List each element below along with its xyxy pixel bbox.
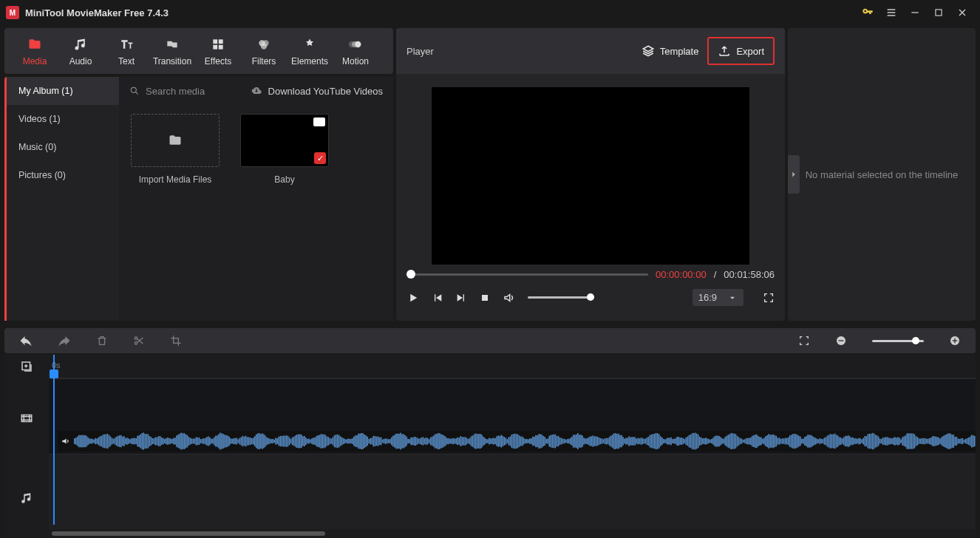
fit-timeline-button[interactable] xyxy=(798,335,810,347)
svg-rect-66 xyxy=(138,435,140,447)
prev-frame-button[interactable] xyxy=(432,292,443,304)
download-youtube-button[interactable]: Download YouTube Videos xyxy=(251,85,383,97)
undo-button[interactable] xyxy=(19,334,33,347)
svg-rect-546 xyxy=(860,438,861,444)
minimize-icon[interactable] xyxy=(903,7,927,18)
zoom-out-button[interactable] xyxy=(835,335,847,347)
svg-rect-246 xyxy=(409,439,410,443)
svg-rect-367 xyxy=(591,436,592,446)
svg-rect-111 xyxy=(206,437,208,445)
svg-rect-448 xyxy=(712,437,714,444)
svg-rect-618 xyxy=(968,437,970,445)
sidebar-item-my-album[interactable]: My Album (1) xyxy=(7,77,119,105)
media-tile-baby[interactable]: ✓ Baby xyxy=(237,114,332,312)
svg-rect-69 xyxy=(143,432,145,449)
svg-rect-319 xyxy=(519,435,520,446)
svg-rect-330 xyxy=(535,435,537,447)
svg-rect-147 xyxy=(260,434,262,449)
sidebar-item-videos[interactable]: Videos (1) xyxy=(7,105,119,133)
svg-rect-361 xyxy=(582,435,583,447)
export-label: Export xyxy=(736,46,764,57)
tool-media[interactable]: Media xyxy=(12,35,58,67)
svg-rect-223 xyxy=(375,436,376,446)
svg-rect-528 xyxy=(833,435,834,449)
svg-rect-2 xyxy=(219,39,223,44)
svg-rect-487 xyxy=(771,435,772,448)
video-preview[interactable] xyxy=(432,87,749,265)
maximize-icon[interactable] xyxy=(927,7,950,18)
aspect-ratio-select[interactable]: 16:9 xyxy=(693,289,743,306)
zoom-in-button[interactable] xyxy=(949,335,961,347)
video-clip[interactable] xyxy=(58,431,976,452)
svg-rect-155 xyxy=(272,439,273,443)
svg-rect-388 xyxy=(622,437,624,446)
tool-motion[interactable]: Motion xyxy=(333,35,378,67)
svg-rect-602 xyxy=(944,435,945,447)
zoom-slider[interactable] xyxy=(872,340,924,342)
svg-rect-446 xyxy=(710,440,711,443)
svg-rect-422 xyxy=(673,439,675,443)
audio-track[interactable] xyxy=(49,454,976,529)
tool-audio[interactable]: Audio xyxy=(58,35,103,67)
svg-rect-135 xyxy=(242,436,244,446)
next-frame-button[interactable] xyxy=(455,292,467,304)
motion-icon xyxy=(348,35,363,53)
volume-slider[interactable] xyxy=(528,296,594,299)
svg-rect-455 xyxy=(723,439,724,443)
svg-rect-253 xyxy=(420,438,421,444)
delete-button[interactable] xyxy=(96,335,108,347)
template-button[interactable]: Template xyxy=(633,38,708,64)
svg-rect-193 xyxy=(330,438,331,444)
player-title: Player xyxy=(406,46,633,57)
stop-button[interactable] xyxy=(479,292,491,304)
svg-rect-353 xyxy=(570,438,571,445)
search-media[interactable]: Search media xyxy=(129,86,251,97)
svg-rect-272 xyxy=(448,438,449,444)
play-button[interactable] xyxy=(406,291,420,304)
svg-rect-589 xyxy=(925,438,926,445)
upgrade-key-icon[interactable] xyxy=(856,7,879,18)
menu-hamburger-icon[interactable] xyxy=(879,7,903,18)
tool-elements[interactable]: Elements xyxy=(287,35,333,67)
sidebar-item-pictures[interactable]: Pictures (0) xyxy=(7,161,119,189)
svg-rect-494 xyxy=(782,438,783,444)
tool-transition[interactable]: Transition xyxy=(149,35,195,67)
playhead[interactable] xyxy=(53,355,55,525)
svg-rect-585 xyxy=(919,438,920,444)
svg-rect-110 xyxy=(205,438,206,444)
export-button[interactable]: Export xyxy=(707,37,775,65)
svg-rect-511 xyxy=(807,435,809,447)
svg-rect-525 xyxy=(828,435,830,447)
svg-rect-457 xyxy=(726,436,727,446)
fullscreen-button[interactable] xyxy=(763,292,775,304)
svg-rect-383 xyxy=(615,433,616,449)
svg-rect-568 xyxy=(893,437,894,445)
svg-rect-495 xyxy=(783,438,785,443)
timeline-toolbar xyxy=(4,328,976,353)
add-track-button[interactable] xyxy=(4,355,49,378)
crop-button[interactable] xyxy=(170,335,182,347)
timeline-scrollbar[interactable] xyxy=(49,529,976,538)
sidebar-item-music[interactable]: Music (0) xyxy=(7,133,119,161)
volume-icon[interactable] xyxy=(503,291,516,304)
tool-text[interactable]: Text xyxy=(103,35,149,67)
tool-filters[interactable]: Filters xyxy=(241,35,287,67)
import-media-tile[interactable]: Import Media Files xyxy=(128,114,222,312)
svg-rect-548 xyxy=(863,438,865,445)
export-icon xyxy=(718,44,731,58)
svg-rect-470 xyxy=(746,438,747,444)
collapse-properties-button[interactable] xyxy=(788,155,800,194)
layers-icon xyxy=(642,44,655,58)
timeline-ruler[interactable]: 0s xyxy=(49,355,976,378)
split-button[interactable] xyxy=(133,335,145,347)
redo-button[interactable] xyxy=(58,334,71,347)
tool-effects[interactable]: Effects xyxy=(195,35,241,67)
playback-scrubber[interactable] xyxy=(406,273,648,276)
svg-rect-61 xyxy=(131,438,132,444)
svg-rect-396 xyxy=(634,437,636,445)
video-track[interactable] xyxy=(49,378,976,454)
svg-rect-48 xyxy=(112,438,113,445)
close-icon[interactable] xyxy=(950,7,974,18)
svg-rect-590 xyxy=(926,439,928,443)
svg-rect-347 xyxy=(561,438,562,445)
